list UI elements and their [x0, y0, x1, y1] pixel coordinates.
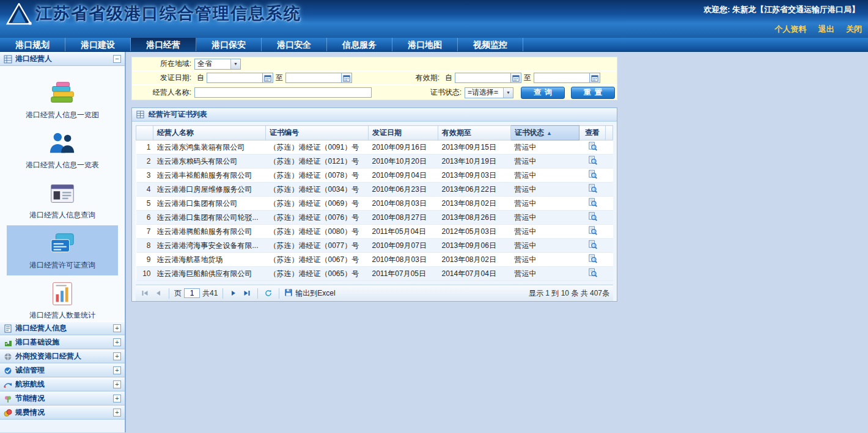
expand-icon[interactable]: + [113, 352, 121, 360]
view-icon[interactable] [588, 268, 597, 277]
sidebar-group-0[interactable]: 港口经营人信息 + [0, 321, 125, 335]
operator-name-input[interactable] [194, 87, 372, 98]
expand-icon[interactable]: + [113, 409, 121, 417]
region-select[interactable]: 全省 ▼ [194, 59, 241, 70]
pager-separator [169, 288, 169, 299]
profile-link[interactable]: 个人资料 [774, 24, 806, 34]
view-icon[interactable] [588, 184, 597, 193]
sidebar-group-6[interactable]: 规费情况 + [0, 406, 125, 420]
sidebar-item-2[interactable]: 港口经营人信息查询 [7, 175, 118, 225]
pager-separator [257, 288, 258, 299]
sidebar-group-4[interactable]: 航班航线 + [0, 377, 125, 391]
table-row[interactable]: 8 连云港港湾海事安全设备有限... （苏连）港经证（0077）号 2010年0… [136, 239, 613, 253]
expand-icon[interactable]: + [113, 338, 121, 346]
col-cert-no[interactable]: 证书编号 [266, 126, 369, 140]
last-page-icon[interactable] [241, 288, 252, 299]
cert-status-cell: 营运中 [511, 140, 579, 155]
expand-icon[interactable]: + [113, 395, 121, 402]
close-link[interactable]: 关闭 [846, 24, 862, 34]
nav-tab-2[interactable]: 港口经营 [131, 38, 196, 51]
view-icon[interactable] [588, 142, 597, 151]
view-icon[interactable] [588, 240, 597, 249]
table-row[interactable]: 4 连云港港口房屋维修服务公司 （苏连）港经证（0034）号 2010年06月2… [136, 183, 613, 197]
logout-link[interactable]: 退出 [818, 24, 834, 34]
nav-tab-0[interactable]: 港口规划 [0, 38, 65, 51]
sidebar-group-3[interactable]: 诚信管理 + [0, 363, 125, 377]
view-icon[interactable] [588, 198, 597, 207]
col-issue-date[interactable]: 发证日期 [369, 126, 438, 140]
table-row[interactable]: 7 连云港港腾船舶服务有限公司 （苏连）港经证（0080）号 2011年05月0… [136, 225, 613, 239]
issue-from-label: 自 [197, 73, 204, 83]
caret-down-icon: ▼ [230, 59, 240, 69]
nav-tab-1[interactable]: 港口建设 [65, 38, 131, 51]
nav-tab-5[interactable]: 信息服务 [327, 38, 392, 51]
view-icon[interactable] [588, 156, 597, 165]
col-valid-until[interactable]: 有效期至 [438, 126, 511, 140]
view-icon[interactable] [588, 170, 597, 179]
sidebar-item-3[interactable]: 港口经营许可证查询 [7, 225, 118, 275]
calendar-icon[interactable] [263, 73, 273, 83]
valid-until-cell: 2013年09月03日 [438, 169, 511, 183]
calendar-icon[interactable] [511, 73, 521, 83]
sidebar-item-1[interactable]: 港口经营人信息一览表 [7, 125, 118, 175]
nav-tab-3[interactable]: 港口保安 [196, 38, 262, 51]
row-number: 9 [136, 253, 153, 267]
view-icon[interactable] [588, 226, 597, 235]
first-page-icon[interactable] [139, 288, 150, 299]
valid-until-cell: 2013年09月06日 [438, 239, 511, 253]
idcard-icon [48, 180, 77, 208]
page-number-input[interactable] [184, 288, 200, 298]
cert-status-select[interactable]: =请选择= ▼ [465, 87, 513, 98]
row-number: 10 [136, 267, 153, 281]
row-number: 4 [136, 183, 153, 197]
nav-tab-7[interactable]: 视频监控 [458, 38, 523, 51]
prev-page-icon[interactable] [153, 288, 164, 299]
issue-date-from-input[interactable] [207, 73, 263, 83]
next-page-icon[interactable] [228, 288, 239, 299]
cert-status-cell: 营运中 [511, 183, 579, 197]
sidebar-item-label: 港口经营人数量统计 [29, 310, 95, 321]
reset-button[interactable]: 重置 [571, 87, 615, 99]
query-button[interactable]: 查询 [521, 87, 565, 99]
col-cert-status[interactable]: 证书状态▲ [511, 126, 579, 140]
view-icon[interactable] [588, 254, 597, 263]
sidebar-group-2[interactable]: 外商投资港口经营人 + [0, 349, 125, 363]
row-number: 3 [136, 169, 153, 183]
valid-until-cell: 2013年09月15日 [438, 140, 511, 155]
nav-tab-6[interactable]: 港口地图 [392, 38, 458, 51]
sidebar-item-4[interactable]: 港口经营人数量统计 [7, 275, 118, 326]
expand-icon[interactable]: + [113, 380, 121, 388]
expand-icon[interactable]: + [113, 324, 121, 332]
nav-tab-4[interactable]: 港口安全 [262, 38, 327, 51]
validity-from-input[interactable] [455, 73, 511, 83]
table-row[interactable]: 5 连云港港口集团有限公司 （苏连）港经证（0069）号 2010年08月03日… [136, 197, 613, 211]
calendar-icon[interactable] [342, 73, 352, 83]
row-filler [606, 169, 613, 183]
operator-name-cell: 连云港东粮码头有限公司 [153, 155, 266, 169]
table-row[interactable]: 2 连云港东粮码头有限公司 （苏连）港经证（0121）号 2010年10月20日… [136, 155, 613, 169]
expand-icon[interactable]: + [113, 366, 121, 374]
sidebar-group-5[interactable]: 节能情况 + [0, 391, 125, 406]
valid-until-cell: 2013年06月22日 [438, 183, 511, 197]
sidebar-panel-header[interactable]: 港口经营人 − [0, 52, 125, 66]
issue-date-to-input[interactable] [285, 73, 342, 83]
validity-to-input[interactable] [534, 73, 590, 83]
collapse-icon[interactable]: − [113, 55, 121, 63]
col-operator-name[interactable]: 经营人名称 [153, 126, 266, 140]
people-icon [48, 129, 77, 158]
sidebar-group-1[interactable]: 港口基础设施 + [0, 335, 125, 349]
refresh-icon[interactable] [263, 288, 274, 299]
export-excel-button[interactable]: 输出到Excel [284, 288, 335, 299]
table-row[interactable]: 3 连云港丰裕船舶服务有限公司 （苏连）港经证（0078）号 2010年09月0… [136, 169, 613, 183]
table-row[interactable]: 1 连云港东鸿集装箱有限公司 （苏连）港经证（0091）号 2010年09月16… [136, 140, 613, 155]
cert-no-cell: （苏连）港经证（0077）号 [266, 239, 369, 253]
view-icon[interactable] [588, 212, 597, 221]
sidebar-item-0[interactable]: 港口经营人信息一览图 [7, 75, 118, 125]
cert-no-cell: （苏连）港经证（0091）号 [266, 140, 369, 155]
table-row[interactable]: 9 连云港海航基地货场 （苏连）港经证（0067）号 2010年08月03日 2… [136, 253, 613, 267]
calendar-icon[interactable] [590, 73, 600, 83]
table-row[interactable]: 10 连云港海巨船舶供应有限公司 （苏连）港经证（0065）号 2011年07月… [136, 267, 613, 281]
cert-status-cell: 营运中 [511, 169, 579, 183]
table-row[interactable]: 6 连云港港口集团有限公司轮驳... （苏连）港经证（0076）号 2010年0… [136, 211, 613, 225]
cert-no-cell: （苏连）港经证（0067）号 [266, 253, 369, 267]
